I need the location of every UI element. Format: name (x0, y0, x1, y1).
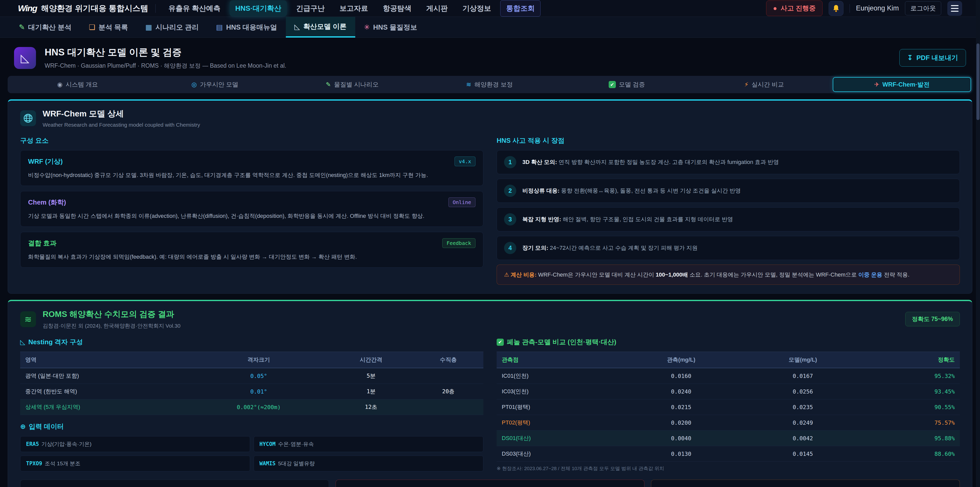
subnav-item-analysis-list[interactable]: ❏ 분석 목록 (80, 17, 137, 38)
phenol-header: 페놀 관측-모델 비교 (인천·평택·대산) (507, 338, 616, 346)
app-title: 해양환경 위기대응 통합시스템 (41, 3, 148, 14)
section-subtitle: Weather Research and Forecasting model c… (43, 122, 200, 128)
nav-item-rescue[interactable]: 긴급구난 (290, 0, 330, 16)
wave-icon: ≋ (466, 81, 471, 88)
subnav-item-scenario-mgmt[interactable]: ▦ 시나리오 관리 (137, 17, 207, 38)
section-title: WRF-Chem 모델 상세 (43, 108, 200, 120)
status-dot-icon: ● (773, 4, 777, 12)
nesting-grid-table: 영역 격자크기 시간간격 수직층 광역 (일본·대만 포함) 0.05° 5분 (20, 352, 484, 415)
online-badge: Online (449, 197, 476, 207)
table-row: IC03(인천)0.02400.025693.45% (496, 384, 960, 399)
top-navbar: Wing 해양환경 위기대응 통합시스템 유출유 확산예측 HNS·대기확산 긴… (0, 0, 980, 17)
version-badge: v4.x (455, 156, 476, 166)
wrfchem-detail-section: WRF-Chem 모델 상세 Weather Research and Fore… (8, 99, 972, 294)
table-row: 중간역 (한반도 해역) 0.01° 1분 20층 (20, 384, 484, 399)
set-square-icon: ◺ (20, 338, 25, 346)
tab-marine-correction[interactable]: ≋ 해양환경 보정 (421, 77, 558, 92)
nav-item-weather[interactable]: 기상정보 (457, 0, 496, 16)
cyclone-icon: ◎ (191, 81, 197, 88)
main-menu: 유출유 확산예측 HNS·대기확산 긴급구난 보고자료 항공탐색 게시판 기상정… (163, 0, 541, 17)
advantages-header: HNS 사고 적용 시 장점 (496, 136, 960, 145)
advantage-item: 2 비정상류 대응: 풍향 전환(해풍↔육풍), 돌풍, 전선 통과 등 시변 … (496, 179, 960, 203)
nesting-header: Nesting 격자 구성 (28, 338, 83, 346)
phenol-comparison-column: ✔ 페놀 관측-모델 비교 (인천·평택·대산) 관측점 관측(mg/L) 모델… (496, 336, 960, 472)
subnav-item-atmos-analysis[interactable]: ✎ 대기확산 분석 (10, 17, 80, 38)
tab-model-validation[interactable]: ✔ 모델 검증 (558, 77, 695, 92)
set-square-icon: ◺ (14, 47, 36, 69)
download-icon: ↧ (907, 54, 913, 62)
page-scrollbar[interactable] (976, 0, 980, 487)
subnav-item-model-theory[interactable]: ◺ 확산모델 이론 (286, 17, 355, 38)
input-data-header: 입력 데이터 (29, 422, 64, 431)
tab-system-overview[interactable]: ◉ 시스템 개요 (9, 77, 146, 92)
logo-wing-icon: Wing (18, 3, 37, 13)
input-chip-hycom: HYCOM수온·염분·유속 (254, 436, 484, 452)
table-row-highlighted: DS01(대산)0.00400.004295.88% (496, 431, 960, 446)
menu-icon (951, 5, 959, 6)
component-card-chem: Chem (화학) Online 기상 모델과 동일한 시간 스텝에서 화학종의… (20, 191, 484, 227)
input-chip-era5: ERA5기상(기압·풍속·기온) (20, 436, 250, 452)
page-title: HNS 대기확산 모델 이론 및 검증 (45, 46, 286, 59)
component-card-coupling: 결합 효과 Feedback 화학물질의 복사 효과가 기상장에 되먹임(fee… (20, 232, 484, 268)
advantage-item: 1 3D 확산 모의: 연직 방향 확산까지 포함한 정밀 농도장 계산. 고층… (496, 150, 960, 174)
table-row-highlighted: 상세역 (5개 우심지역) 0.002°(≈200m) 12초 (20, 399, 484, 415)
nav-item-hns-atmos[interactable]: HNS·대기확산 (230, 0, 287, 16)
compute-cost-warning: ⚠ 계산 비용: WRF-Chem은 가우시안 모델 대비 계산 시간이 100… (496, 265, 960, 285)
sub-navbar: ✎ 대기확산 분석 ❏ 분석 목록 ▦ 시나리오 관리 ▤ HNS 대응매뉴얼 … (0, 17, 980, 38)
book-icon: ▤ (216, 23, 223, 31)
content-tabbar: ◉ 시스템 개요 ◎ 가우시안 모델 ✎ 물질별 시나리오 ≋ 해양환경 보정 … (8, 76, 972, 93)
wrf-components-column: 구성 요소 WRF (기상) v4.x 비정수압(non-hydrostatic… (20, 134, 484, 285)
survey-footnote: ※ 현장조사: 2023.06.27~28 / 전체 10개 관측점 모두 모델… (496, 465, 960, 472)
feedback-badge: Feedback (442, 238, 476, 248)
user-name: Eunjeong Kim (856, 4, 899, 12)
section-title: ROMS 해양확산 수치모의 검증 결과 (43, 309, 180, 320)
bar-chart-icon: ▦ (145, 23, 152, 31)
hamburger-menu-button[interactable] (947, 1, 962, 16)
page-header: ◺ HNS 대기확산 모델 이론 및 검증 WRF-Chem · Gaussia… (8, 43, 972, 76)
rocket-icon: ✈ (874, 81, 879, 88)
status-label: 사고 진행중 (781, 4, 816, 13)
microscope-icon: ◉ (57, 81, 62, 88)
incident-status-badge: ● 사고 진행중 (766, 0, 822, 16)
tab-wrfchem-advanced[interactable]: ✈ WRF-Chem·발전 (833, 77, 971, 92)
globe-icon (20, 110, 36, 126)
pen-icon: ✎ (326, 81, 331, 88)
tab-substance-scenarios[interactable]: ✎ 물질별 시나리오 (283, 77, 421, 92)
roms-validation-section: ≋ ROMS 해양확산 수치모의 검증 결과 김창겸·이문진 외 (2024),… (8, 300, 972, 487)
nav-item-integrated-search[interactable]: 통합조회 (500, 0, 541, 17)
logout-button[interactable]: 로그아웃 (905, 1, 941, 15)
dna-icon: ✳ (364, 23, 370, 31)
app-logo: Wing 해양환경 위기대응 통합시스템 (18, 3, 148, 14)
stat-card-bottom-max: 인천 저층 최대농도 0.3822mg/L 표층 대비 3.5배 ↑ (336, 480, 644, 487)
component-card-wrf: WRF (기상) v4.x 비정수압(non-hydrostatic) 중규모 … (20, 150, 484, 186)
components-header: 구성 요소 (20, 136, 484, 145)
notifications-button[interactable] (829, 1, 843, 16)
subnav-item-hns-substance-info[interactable]: ✳ HNS 물질정보 (355, 17, 426, 38)
subnav-item-hns-manual[interactable]: ▤ HNS 대응매뉴얼 (207, 17, 286, 38)
phenol-comparison-table: 관측점 관측(mg/L) 모델(mg/L) 정확도 IC01(인천)0.0160… (496, 352, 960, 462)
section-subtitle: 김창겸·이문진 외 (2024), 한국해양환경·안전학회지 Vol.30 (43, 322, 180, 329)
wave-icon: ≋ (20, 311, 36, 327)
lightning-icon: ⚡ (744, 81, 749, 88)
table-row: 광역 (일본·대만 포함) 0.05° 5분 (20, 368, 484, 384)
nesting-column: ◺ Nesting 격자 구성 영역 격자크기 시간간격 수직층 (20, 336, 484, 472)
input-chip-tpxo9: TPXO9조석 15개 분조 (20, 456, 250, 471)
navbar-right: ● 사고 진행중 Eunjeong Kim 로그아웃 (766, 0, 962, 16)
advantage-item: 3 복잡 지형 반영: 해안 절벽, 항만 구조물, 인접 도시의 건물 효과를… (496, 208, 960, 232)
table-row: DS03(대산)0.01300.014588.60% (496, 446, 960, 462)
pdf-export-button[interactable]: ↧ PDF 내보내기 (899, 49, 966, 67)
advantage-item: 4 장기 모의: 24~72시간 예측으로 사고 수습 계획 및 장기 피해 평… (496, 236, 960, 260)
clipboard-icon: ❏ (89, 23, 95, 31)
nav-item-aerial-search[interactable]: 항공탐색 (377, 0, 417, 16)
nav-item-oil-spill[interactable]: 유출유 확산예측 (163, 0, 226, 16)
scrollbar-thumb[interactable] (977, 43, 980, 120)
accuracy-badge: 정확도 75~96% (905, 312, 960, 326)
stat-card-surface-max: 인천 표층 최대농도 0.1089mg/L (20, 480, 329, 487)
nav-item-reports[interactable]: 보고자료 (334, 0, 374, 16)
tab-gaussian-model[interactable]: ◎ 가우시안 모델 (146, 77, 283, 92)
stat-card-pt-ds-max: 평택·대산 저층 최대 0.1916mg/L (651, 480, 960, 487)
set-square-icon: ◺ (294, 22, 300, 31)
main-content: ◺ HNS 대기확산 모델 이론 및 검증 WRF-Chem · Gaussia… (0, 38, 980, 487)
tab-realtime-comparison[interactable]: ⚡ 실시간 비교 (695, 77, 833, 92)
nav-item-board[interactable]: 게시판 (421, 0, 453, 16)
